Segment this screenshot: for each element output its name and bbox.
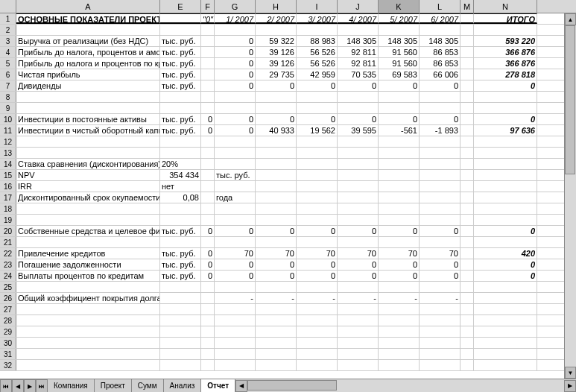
cell-unit[interactable] [160, 136, 201, 147]
cell[interactable]: 88 983 [297, 36, 338, 46]
cell[interactable] [379, 170, 420, 180]
col-header-L[interactable]: L [420, 0, 461, 13]
cell-label[interactable]: Прибыль до налога и процентов по кредита… [16, 58, 160, 69]
cell[interactable] [256, 237, 297, 247]
cell[interactable] [338, 304, 379, 314]
cell[interactable]: "0" [201, 13, 215, 24]
cell-total[interactable] [474, 282, 537, 292]
cell[interactable] [338, 103, 379, 113]
tab-first-button[interactable]: ⏮ [0, 379, 12, 392]
cell[interactable] [297, 192, 338, 203]
cell-total[interactable] [474, 159, 537, 169]
cell[interactable] [461, 226, 474, 236]
cell[interactable] [201, 92, 215, 102]
cell-total[interactable] [474, 148, 537, 158]
cell-unit[interactable]: тыс. руб. [160, 248, 201, 259]
cell[interactable] [297, 148, 338, 158]
cell[interactable] [461, 181, 474, 192]
cell[interactable] [201, 148, 215, 158]
cell[interactable]: 3/ 2007 [297, 13, 338, 24]
cell[interactable] [201, 192, 215, 203]
cell[interactable] [201, 36, 215, 46]
cell-label[interactable]: NPV [16, 170, 160, 180]
cell[interactable]: 59 322 [256, 36, 297, 46]
cell-label[interactable]: Дисконтированный срок окупаемости [16, 192, 160, 203]
cell[interactable] [420, 159, 461, 169]
col-header-H[interactable]: H [256, 0, 297, 13]
row-number[interactable]: 25 [0, 282, 16, 292]
cell[interactable]: 2/ 2007 [256, 13, 297, 24]
row-number[interactable]: 22 [0, 248, 16, 259]
cell[interactable] [420, 315, 461, 326]
cell[interactable] [215, 159, 256, 169]
cell[interactable]: 92 811 [338, 58, 379, 69]
cell[interactable]: 1/ 2007 [215, 13, 256, 24]
cell[interactable]: - [379, 293, 420, 303]
cell[interactable]: 29 735 [256, 69, 297, 80]
cell-unit[interactable]: тыс. руб. [160, 36, 201, 46]
cell[interactable] [256, 349, 297, 359]
cell[interactable] [256, 103, 297, 113]
cell[interactable]: 0 [379, 114, 420, 124]
cell[interactable] [256, 326, 297, 337]
cell-total[interactable]: 366 876 [474, 58, 537, 69]
cell[interactable]: 69 583 [379, 69, 420, 80]
cell[interactable]: 0 [420, 271, 461, 281]
cell[interactable] [297, 203, 338, 214]
scroll-thumb[interactable] [247, 380, 337, 391]
row-number[interactable]: 21 [0, 237, 16, 247]
cell[interactable]: 0 [338, 271, 379, 281]
scroll-up-button[interactable]: ▲ [565, 13, 576, 25]
cell[interactable] [338, 170, 379, 180]
cell[interactable]: 0 [420, 226, 461, 236]
row-number[interactable]: 17 [0, 192, 16, 203]
cell[interactable] [379, 92, 420, 102]
cell[interactable]: 148 305 [379, 36, 420, 46]
cell[interactable]: 19 562 [297, 125, 338, 136]
cell[interactable]: 0 [215, 226, 256, 236]
cell[interactable] [461, 80, 474, 91]
cell[interactable] [201, 69, 215, 80]
scroll-left-button[interactable]: ◀ [235, 380, 247, 392]
cell[interactable] [201, 326, 215, 337]
cell[interactable] [461, 237, 474, 247]
cell[interactable]: 0 [379, 80, 420, 91]
cell[interactable]: 0 [338, 80, 379, 91]
cell[interactable] [215, 282, 256, 292]
sheet-tab[interactable]: Отчет [200, 379, 235, 393]
cell[interactable]: 70 [420, 248, 461, 259]
cell[interactable] [420, 136, 461, 147]
row-number[interactable]: 7 [0, 80, 16, 91]
cell[interactable] [297, 170, 338, 180]
cell[interactable]: 0 [379, 226, 420, 236]
cell[interactable] [201, 304, 215, 314]
cell[interactable]: 56 526 [297, 58, 338, 69]
cell[interactable] [215, 304, 256, 314]
cell[interactable] [201, 360, 215, 370]
cell[interactable] [215, 237, 256, 247]
cell[interactable]: 148 305 [420, 36, 461, 46]
cell[interactable] [420, 237, 461, 247]
cell[interactable] [297, 159, 338, 169]
cell[interactable] [338, 148, 379, 158]
cell[interactable]: 39 126 [256, 47, 297, 57]
cell-label[interactable] [16, 237, 160, 247]
cell[interactable] [201, 58, 215, 69]
row-number[interactable]: 26 [0, 293, 16, 303]
cell[interactable] [379, 282, 420, 292]
row-number[interactable]: 5 [0, 58, 16, 69]
scroll-down-button[interactable]: ▼ [565, 367, 576, 379]
cell-total[interactable]: 366 876 [474, 47, 537, 57]
cell-total[interactable] [474, 360, 537, 370]
cell[interactable] [420, 304, 461, 314]
cell[interactable] [379, 315, 420, 326]
cell[interactable] [420, 282, 461, 292]
row-number[interactable]: 13 [0, 148, 16, 158]
cell[interactable] [256, 170, 297, 180]
cell[interactable]: 0 [201, 226, 215, 236]
cell[interactable]: 42 959 [297, 69, 338, 80]
cell[interactable] [297, 92, 338, 102]
cell-label[interactable] [16, 304, 160, 314]
cell[interactable] [256, 315, 297, 326]
col-header-K[interactable]: K [379, 0, 420, 13]
